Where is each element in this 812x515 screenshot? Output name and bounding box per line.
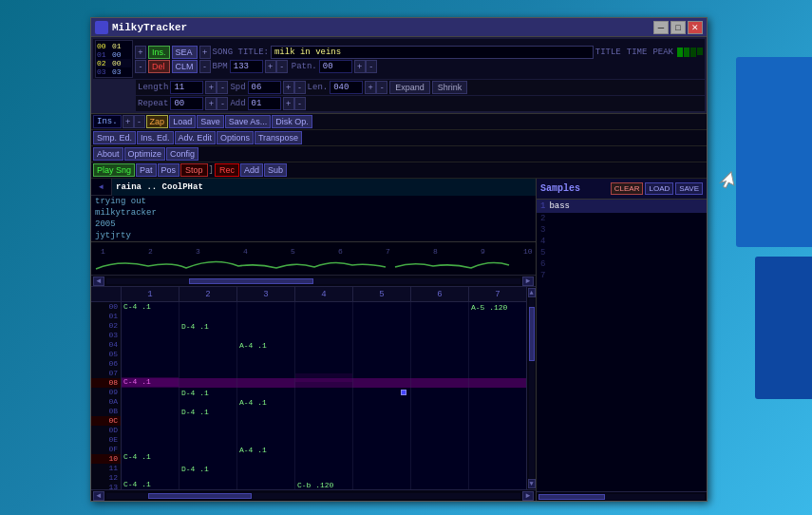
pat-btn[interactable]: Pat bbox=[136, 163, 157, 177]
pm-plus-2[interactable]: + bbox=[199, 46, 211, 59]
bpm-minus[interactable]: - bbox=[276, 60, 288, 73]
length-minus[interactable]: - bbox=[217, 81, 228, 94]
sample-scroll-track[interactable] bbox=[538, 494, 705, 500]
config-btn[interactable]: Config bbox=[166, 147, 198, 161]
save-as-btn[interactable]: Save As... bbox=[225, 115, 272, 128]
track-7[interactable]: A-5 .120 bbox=[469, 302, 526, 489]
sample-item-4[interactable]: 4 bbox=[537, 236, 707, 247]
length-plus[interactable]: + bbox=[205, 81, 217, 94]
bpm-value-field[interactable]: 133 bbox=[230, 60, 263, 73]
track-3[interactable]: A-4 .1 A-4 .1 bbox=[237, 302, 295, 489]
instr-item-4[interactable]: 2005 bbox=[91, 219, 536, 230]
hscroll-right-btn[interactable]: ► bbox=[522, 491, 534, 501]
zap-btn[interactable]: Zap bbox=[146, 115, 169, 128]
scroll-thumb-h[interactable] bbox=[189, 278, 313, 284]
instr-item-2[interactable]: trying out bbox=[91, 196, 536, 207]
disk-op-btn[interactable]: Disk Op. bbox=[272, 115, 312, 128]
transpose-btn[interactable]: Transpose bbox=[255, 131, 302, 144]
pm-minus-2[interactable]: - bbox=[199, 60, 211, 73]
bpm-plus[interactable]: + bbox=[265, 60, 276, 73]
shrink-button[interactable]: Shrink bbox=[432, 81, 468, 94]
pattern-hscroll-bottom[interactable]: ◄ ► bbox=[91, 489, 536, 501]
sample-item-1[interactable]: 1 bass bbox=[537, 200, 707, 213]
repeat-plus[interactable]: + bbox=[205, 97, 217, 110]
ins-field-plus[interactable]: + bbox=[123, 115, 134, 128]
sample-item-6[interactable]: 6 bbox=[537, 258, 707, 270]
transport-add-btn[interactable]: Add bbox=[240, 163, 263, 177]
patn-plus[interactable]: + bbox=[354, 60, 366, 73]
stop-btn[interactable]: Stop bbox=[180, 163, 208, 177]
hscroll-thumb-bottom[interactable] bbox=[148, 493, 252, 499]
repeat-value-field[interactable]: 00 bbox=[170, 97, 203, 110]
sample-scroll-thumb[interactable] bbox=[538, 494, 605, 500]
instr-item-3[interactable]: milkytracker bbox=[91, 207, 536, 219]
vscroll-track[interactable] bbox=[529, 298, 535, 478]
sample-item-3[interactable]: 3 bbox=[537, 224, 707, 236]
ins-button[interactable]: Ins. bbox=[148, 46, 170, 59]
about-btn[interactable]: About bbox=[93, 147, 123, 161]
optimize-btn[interactable]: Optimize bbox=[124, 147, 166, 161]
del-button[interactable]: Del bbox=[148, 60, 170, 73]
song-title-field[interactable]: milk in veins bbox=[271, 46, 594, 59]
spd-minus[interactable]: - bbox=[294, 81, 306, 94]
minimize-button[interactable]: ─ bbox=[653, 21, 669, 34]
play-sng-btn[interactable]: Play Sng bbox=[93, 163, 135, 177]
instr-item-selected[interactable]: raina .. CoolPHat bbox=[112, 179, 536, 196]
add-plus[interactable]: + bbox=[283, 97, 294, 110]
scroll-track-h[interactable] bbox=[106, 278, 520, 284]
instr-item-5[interactable]: jytjrty bbox=[91, 230, 536, 241]
repeat-minus[interactable]: - bbox=[217, 97, 228, 110]
load-btn[interactable]: Load bbox=[169, 115, 196, 128]
options-btn[interactable]: Options bbox=[217, 131, 254, 144]
adv-edit-btn[interactable]: Adv. Edit bbox=[175, 131, 216, 144]
len-value-field[interactable]: 040 bbox=[330, 81, 363, 94]
hscroll-track-bottom[interactable] bbox=[106, 493, 520, 499]
sample-item-5[interactable]: 5 bbox=[537, 247, 707, 258]
add-value-field[interactable]: 01 bbox=[248, 97, 281, 110]
sample-item-2[interactable]: 2 bbox=[537, 213, 707, 224]
ins-ed-btn[interactable]: Ins. Ed. bbox=[137, 131, 174, 144]
scroll-left-btn[interactable]: ◄ bbox=[93, 277, 104, 286]
controls-row-2: Length 11 + - Spd 06 + - Len. 040 + bbox=[136, 80, 705, 95]
save-btn[interactable]: Save bbox=[197, 115, 224, 128]
vscroll-thumb[interactable] bbox=[529, 307, 535, 361]
pos-btn[interactable]: Pos bbox=[158, 163, 180, 177]
hscroll-left-btn[interactable]: ◄ bbox=[93, 491, 104, 501]
pattern-hscroll-top[interactable]: ◄ ► bbox=[91, 276, 536, 287]
spd-plus[interactable]: + bbox=[283, 81, 294, 94]
ins-field-minus[interactable]: - bbox=[134, 115, 145, 128]
add-minus[interactable]: - bbox=[294, 97, 306, 110]
seq-minus-button[interactable]: - bbox=[135, 60, 146, 73]
vscroll-down-btn[interactable]: ▼ bbox=[528, 479, 536, 488]
track-5[interactable] bbox=[353, 302, 411, 489]
track-6[interactable] bbox=[411, 302, 469, 489]
sample-item-7[interactable]: 7 bbox=[537, 270, 707, 281]
sample-list[interactable]: 1 bass 2 3 4 5 bbox=[537, 200, 707, 491]
len-minus[interactable]: - bbox=[376, 81, 387, 94]
samples-load-btn[interactable]: LOAD bbox=[645, 182, 673, 195]
length-value-field[interactable]: 11 bbox=[170, 81, 203, 94]
vscroll-up-btn[interactable]: ▲ bbox=[528, 288, 536, 297]
track-1[interactable]: C-4 .1 C-4 .1 bbox=[122, 302, 179, 489]
scroll-right-btn[interactable]: ► bbox=[522, 277, 534, 286]
samples-clear-btn[interactable]: CLEAR bbox=[611, 182, 644, 195]
sea-button[interactable]: SEA bbox=[172, 46, 198, 59]
samples-save-btn[interactable]: SAVE bbox=[675, 182, 703, 195]
clm-button[interactable]: CLM bbox=[172, 60, 198, 73]
expand-button[interactable]: Expand bbox=[389, 81, 430, 94]
maximize-button[interactable]: □ bbox=[670, 21, 686, 34]
vscroll-bar[interactable]: ▲ ▼ bbox=[526, 287, 536, 489]
patn-minus[interactable]: - bbox=[366, 60, 377, 73]
close-button[interactable]: ✕ bbox=[688, 21, 703, 34]
spd-value-field[interactable]: 06 bbox=[248, 81, 281, 94]
seq-plus-button[interactable]: + bbox=[135, 46, 146, 59]
rec-btn[interactable]: Rec bbox=[215, 163, 239, 177]
sample-vscroll[interactable] bbox=[537, 491, 707, 501]
patn-value-field[interactable]: 00 bbox=[319, 60, 352, 73]
transport-sub-btn[interactable]: Sub bbox=[264, 163, 287, 177]
len-plus[interactable]: + bbox=[365, 81, 376, 94]
track-4[interactable]: C-b .120 bbox=[295, 302, 353, 489]
smp-ed-btn[interactable]: Smp. Ed. bbox=[93, 131, 136, 144]
track-2[interactable]: D-4 .1 D-4 .1 D-4 .1 bbox=[179, 302, 237, 489]
instr-scroll-area[interactable]: trying out milkytracker 2005 jytjrty bbox=[91, 196, 536, 242]
